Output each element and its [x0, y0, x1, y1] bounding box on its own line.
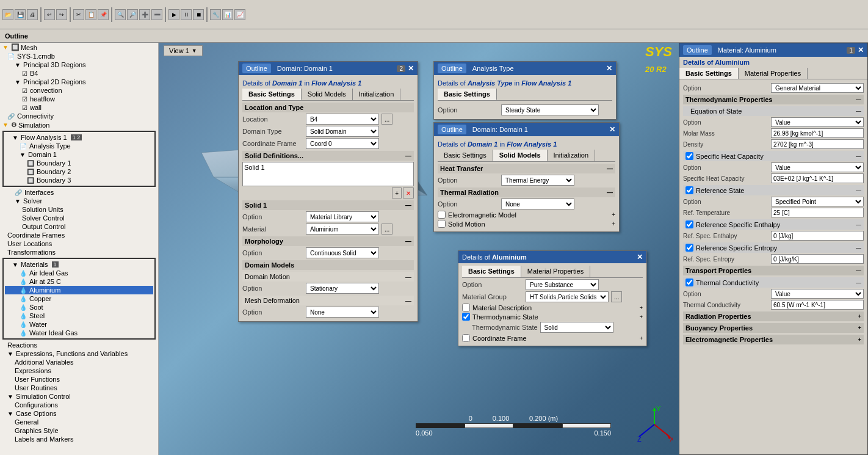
panel-tab-domain[interactable]: Domain: Domain 1 — [469, 125, 532, 134]
tab-basic-settings[interactable]: Basic Settings — [438, 150, 493, 161]
collapse-solid1[interactable]: — — [405, 202, 411, 209]
sidebar-item-solver[interactable]: ▼ Solver — [0, 197, 158, 205]
sidebar-item-exprs[interactable]: Expressions — [0, 366, 158, 375]
sidebar-item-soot[interactable]: 💧 Soot — [5, 303, 153, 311]
sh-checkbox[interactable] — [685, 152, 693, 160]
ht-option-select[interactable]: Thermal Energy — [501, 175, 574, 186]
sidebar-item-simcontrol[interactable]: ▼ Simulation Control — [0, 392, 158, 401]
toolbar-btn-1[interactable]: 📂 — [2, 9, 13, 20]
location-select[interactable]: B4 — [306, 114, 379, 125]
material-select[interactable]: Aluminium — [306, 224, 379, 235]
solid-1-item[interactable]: Solid 1 — [244, 164, 412, 171]
toolbar-btn-13[interactable]: ▶ — [168, 9, 179, 20]
sidebar-item-caseoptions[interactable]: ▼ Case Options — [0, 409, 158, 418]
panel-close-btn[interactable]: ✕ — [637, 253, 643, 261]
collapse-domain-motion[interactable]: — — [405, 274, 411, 280]
tab-basic-settings[interactable]: Basic Settings — [242, 89, 302, 100]
expand-icon[interactable]: + — [640, 335, 643, 341]
expand-icon[interactable]: + — [858, 325, 861, 331]
expand-icon[interactable]: — — [856, 222, 861, 228]
sidebar-item-configs[interactable]: Configurations — [0, 401, 158, 409]
panel-tab-outline[interactable]: Outline — [438, 125, 466, 134]
rp-tab-outline[interactable]: Outline — [683, 45, 712, 55]
molar-mass-input[interactable] — [771, 128, 864, 138]
toolbar-btn-8[interactable]: 📌 — [98, 9, 109, 20]
analysis-option-select[interactable]: Steady State — [501, 104, 599, 115]
expand-icon[interactable]: + — [858, 337, 861, 343]
sidebar-item-aluminium[interactable]: 💧 Aluminium — [5, 286, 153, 294]
sidebar-item-analysistype[interactable]: 📄 Analysis Type — [5, 142, 153, 150]
toolbar-btn-18[interactable]: 📈 — [234, 9, 245, 20]
panel-tab-analysis[interactable]: Analysis Type — [469, 64, 518, 73]
sidebar-item-solvercontrol[interactable]: Solver Control — [0, 214, 158, 222]
domain-type-select[interactable]: Solid Domain — [306, 126, 379, 137]
chevron-down-icon[interactable]: ▼ — [192, 48, 197, 54]
sidebar-item-addvars[interactable]: Additional Variables — [0, 358, 158, 366]
tc-value-input[interactable] — [771, 300, 864, 310]
tab-initialization[interactable]: Initialization — [548, 150, 595, 161]
material-group-select[interactable]: HT Solids,Particle Solids — [526, 291, 609, 302]
sidebar-item-convection[interactable]: ☑ convection — [0, 86, 158, 95]
sidebar-item-sys1[interactable]: 📄 SYS-1.cmdb — [0, 52, 158, 60]
sidebar-item-graphicsstyle[interactable]: Graphics Style — [0, 426, 158, 435]
em-expand[interactable]: + — [612, 211, 615, 218]
toolbar-btn-2[interactable]: 💾 — [15, 9, 26, 20]
expand-icon[interactable]: + — [640, 305, 643, 311]
rp-tab-material[interactable]: Material: Aluminium — [714, 45, 780, 55]
thermo-state-checkbox[interactable] — [462, 313, 470, 321]
sidebar-item-userfunctions[interactable]: User Functions — [0, 375, 158, 384]
collapse-ht[interactable]: — — [607, 166, 613, 172]
toolbar-btn-14[interactable]: ⏸ — [181, 9, 192, 20]
sidebar-item-general[interactable]: General — [0, 418, 158, 426]
sidebar-item-boundary1[interactable]: 🔲 Boundary 1 — [5, 159, 153, 167]
sidebar-item-heatflow[interactable]: ☑ heatflow — [0, 95, 158, 103]
tab-initialization[interactable]: Initialization — [353, 89, 400, 100]
collapse-morphology[interactable]: — — [405, 238, 411, 245]
panel-close-btn[interactable]: ✕ — [408, 64, 414, 73]
panel-close-btn[interactable]: ✕ — [606, 64, 612, 73]
sidebar-item-coordframes[interactable]: Coordinate Frames — [0, 231, 158, 239]
solid-motion-checkbox[interactable] — [438, 220, 446, 228]
sidebar-item-userroutines[interactable]: User Routines — [0, 384, 158, 392]
sidebar-item-reactions[interactable]: Reactions — [0, 341, 158, 349]
tab-solid-models[interactable]: Solid Models — [493, 150, 548, 161]
toolbar-btn-12[interactable]: ➖ — [151, 9, 162, 20]
toolbar-btn-5[interactable]: ↪ — [56, 9, 67, 20]
panel-tab-domain[interactable]: Domain: Domain 1 — [273, 64, 336, 73]
rp-close-btn[interactable]: ✕ — [858, 46, 864, 54]
tc-checkbox[interactable] — [685, 278, 693, 286]
expand-icon[interactable]: — — [856, 280, 861, 286]
panel-tab-outline[interactable]: Outline — [438, 64, 466, 73]
rp-option-select[interactable]: General Material — [771, 83, 864, 93]
sidebar-item-wateridealgas[interactable]: 💧 Water Ideal Gas — [5, 329, 153, 337]
al-option-select[interactable]: Pure Substance — [526, 279, 599, 290]
eos-option-select[interactable]: Value — [771, 117, 864, 127]
expand-icon[interactable]: — — [856, 108, 861, 114]
thermo-state-select[interactable]: Solid — [540, 322, 613, 333]
toolbar-btn-10[interactable]: 🔎 — [127, 9, 138, 20]
sidebar-item-transformations[interactable]: Transformations — [0, 248, 158, 257]
toolbar-btn-11[interactable]: ➕ — [139, 9, 150, 20]
sidebar-item-copper[interactable]: 💧 Copper — [5, 294, 153, 303]
sidebar-item-boundary3[interactable]: 🔲 Boundary 3 — [5, 176, 153, 184]
rsent-input[interactable] — [771, 254, 864, 264]
toolbar-btn-3[interactable]: 🖨 — [27, 9, 38, 20]
sidebar-item-solutionunits[interactable]: Solution Units — [0, 205, 158, 214]
remove-solid-btn[interactable]: ✕ — [403, 187, 414, 198]
tab-basic-settings[interactable]: Basic Settings — [438, 89, 497, 100]
solid1-option-select[interactable]: Material Library — [306, 211, 379, 222]
sidebar-item-outputcontrol[interactable]: Output Control — [0, 222, 158, 231]
expand-icon[interactable]: — — [856, 153, 861, 159]
sidebar-item-mesh[interactable]: ▼ 🔲 Mesh — [0, 43, 158, 52]
sidebar-item-expressions[interactable]: ▼ Expressions, Functions and Variables — [0, 349, 158, 358]
rsent-checkbox[interactable] — [685, 244, 693, 252]
morphology-option-select[interactable]: Continuous Solid — [306, 247, 379, 258]
coord-frame-select[interactable]: Coord 0 — [306, 138, 379, 149]
sidebar-item-p2d[interactable]: ▼ Principal 2D Regions — [0, 78, 158, 86]
sidebar-item-wall[interactable]: ☑ wall — [0, 103, 158, 112]
sh-option-select[interactable]: Value — [771, 162, 864, 172]
sidebar-item-boundary2[interactable]: 🔲 Boundary 2 — [5, 167, 153, 176]
material-group-browse-btn[interactable]: ... — [611, 291, 622, 302]
sidebar-item-b4[interactable]: ☑ B4 — [0, 69, 158, 78]
tab-material-props[interactable]: Material Properties — [521, 266, 590, 277]
